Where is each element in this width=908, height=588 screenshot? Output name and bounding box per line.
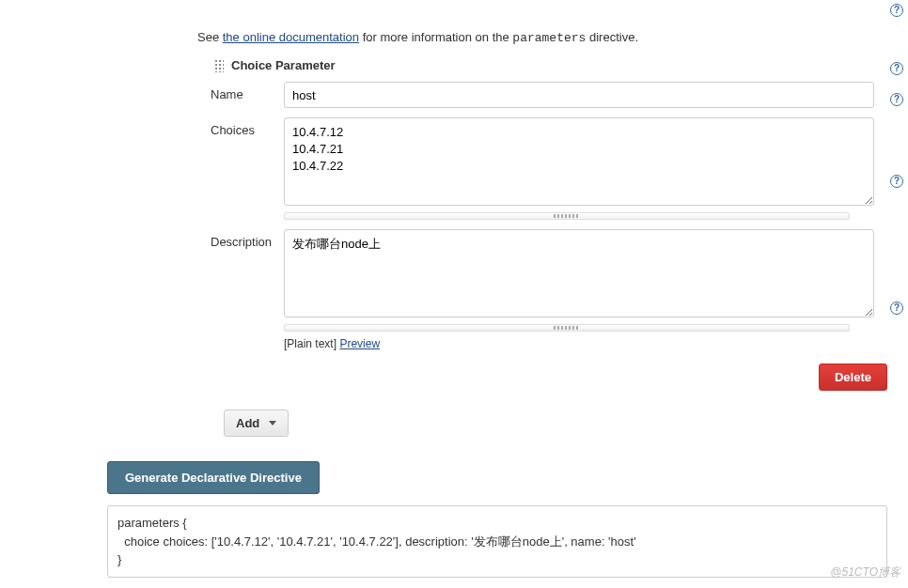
help-icon[interactable] xyxy=(890,93,903,106)
preview-link[interactable]: Preview xyxy=(339,337,380,350)
parameter-type-title: Choice Parameter xyxy=(231,58,336,72)
description-textarea[interactable] xyxy=(284,229,874,317)
help-icon[interactable] xyxy=(890,175,903,188)
doc-link[interactable]: the online documentation xyxy=(223,30,359,44)
plain-text-label: [Plain text] xyxy=(284,337,339,350)
add-button[interactable]: Add xyxy=(224,410,289,437)
help-icon[interactable] xyxy=(890,62,903,75)
delete-button[interactable]: Delete xyxy=(819,364,887,391)
help-icon[interactable] xyxy=(890,4,903,17)
drag-handle-icon[interactable] xyxy=(214,59,224,72)
description-label: Description xyxy=(211,229,284,249)
chevron-down-icon xyxy=(269,421,276,426)
resize-grip-icon[interactable] xyxy=(284,212,850,220)
add-button-label: Add xyxy=(236,416,259,430)
info-text: See the online documentation for more in… xyxy=(197,30,899,45)
directive-output: parameters { choice choices: ['10.4.7.12… xyxy=(107,505,887,578)
choices-textarea[interactable] xyxy=(284,117,874,206)
generate-directive-button[interactable]: Generate Declarative Directive xyxy=(107,461,320,494)
watermark: @51CTO博客 xyxy=(830,565,900,580)
resize-grip-icon[interactable] xyxy=(284,324,850,332)
name-input[interactable] xyxy=(284,82,874,108)
help-icon[interactable] xyxy=(890,302,903,315)
choices-label: Choices xyxy=(211,117,284,137)
name-label: Name xyxy=(211,82,284,101)
